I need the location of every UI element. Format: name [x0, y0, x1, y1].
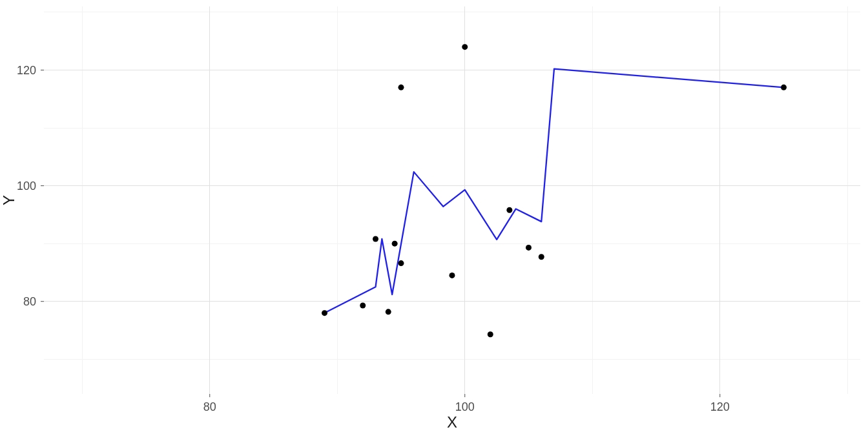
data-point: [506, 207, 512, 213]
data-point: [526, 245, 532, 251]
data-point: [386, 309, 391, 315]
data-point: [539, 254, 544, 260]
data-point: [781, 85, 787, 90]
y-tick-label: 100: [17, 180, 36, 192]
data-point: [373, 236, 378, 242]
data-point: [450, 273, 455, 278]
x-tick-label: 80: [203, 400, 216, 413]
data-point: [398, 85, 404, 90]
chart-svg: 8010012080100120XY: [0, 0, 868, 434]
data-point: [360, 302, 366, 308]
data-point: [392, 241, 398, 247]
y-axis-title: Y: [0, 195, 17, 205]
x-tick-label: 120: [710, 400, 730, 413]
x-tick-label: 100: [455, 400, 475, 413]
data-point: [322, 310, 327, 316]
data-point: [398, 260, 404, 266]
y-tick-label: 120: [17, 64, 36, 77]
y-tick-label: 80: [23, 295, 36, 308]
x-axis-title: X: [447, 413, 457, 431]
data-point: [488, 331, 493, 337]
chart-container: 8010012080100120XY: [0, 0, 868, 434]
data-point: [462, 44, 468, 50]
